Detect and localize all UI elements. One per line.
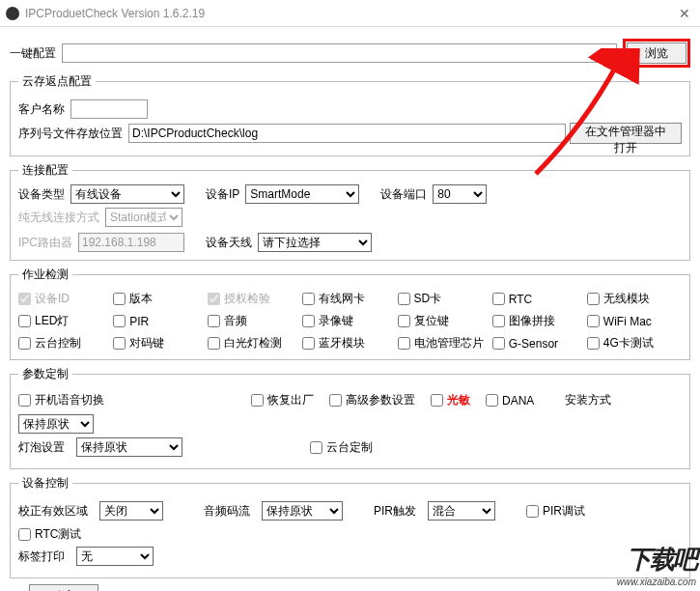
browse-button[interactable]: 浏览: [627, 42, 686, 64]
window-title: IPCProduetCheck Version 1.6.2.19: [25, 7, 205, 20]
job-check-12[interactable]: 图像拼接: [492, 313, 587, 329]
params-fieldset: 参数定制 开机语音切换 恢复出厂 高级参数设置 光敏 DANA 安装方式 保持原…: [10, 366, 690, 469]
job-check-9[interactable]: 音频: [208, 313, 302, 329]
app-icon: [6, 7, 19, 20]
close-icon[interactable]: ✕: [675, 6, 694, 21]
calib-area-label: 校正有效区域: [18, 503, 88, 520]
conn-legend: 连接配置: [18, 162, 72, 179]
light-check[interactable]: 光敏: [431, 392, 470, 408]
antenna-select[interactable]: 请下拉选择: [258, 233, 372, 252]
boot-voice-check[interactable]: 开机语音切换: [18, 392, 104, 408]
restore-check[interactable]: 恢复出厂: [251, 392, 314, 408]
job-check-17[interactable]: 蓝牙模块: [302, 335, 397, 352]
job-check-2: 授权检验: [208, 291, 302, 307]
device-ip-select[interactable]: SmartMode: [245, 184, 359, 204]
job-check-11[interactable]: 复位键: [398, 313, 492, 329]
job-check-4[interactable]: SD卡: [398, 291, 492, 307]
job-check-19[interactable]: G-Sensor: [492, 335, 587, 352]
job-check-7[interactable]: LED灯: [18, 313, 113, 329]
titlebar: IPCProduetCheck Version 1.6.2.19 ✕: [0, 0, 700, 27]
device-port-label: 设备端口: [380, 186, 427, 203]
wifi-mode-label: 纯无线连接方式: [18, 210, 99, 226]
snpath-input[interactable]: [128, 124, 566, 143]
params-legend: 参数定制: [18, 366, 72, 382]
bitrate-label: 音频码流: [204, 503, 250, 520]
rtc-test-check[interactable]: RTC测试: [18, 526, 81, 543]
cloud-legend: 云存返点配置: [18, 73, 96, 90]
adv-param-check[interactable]: 高级参数设置: [329, 392, 415, 408]
job-check-0: 设备ID: [18, 291, 113, 307]
open-explorer-button[interactable]: 在文件管理器中打开: [570, 123, 682, 144]
conn-fieldset: 连接配置 设备类型 有线设备 设备IP SmartMode 设备端口 80 纯无…: [10, 162, 690, 261]
job-check-8[interactable]: PIR: [113, 313, 208, 329]
job-check-14[interactable]: 云台控制: [18, 335, 113, 352]
install-mode-select[interactable]: 保持原状: [18, 414, 94, 434]
customer-input[interactable]: [70, 99, 148, 119]
job-check-10[interactable]: 录像键: [302, 313, 397, 329]
browse-highlight: 浏览: [623, 39, 690, 68]
job-legend: 作业检测: [18, 267, 72, 283]
one-key-input[interactable]: [62, 43, 617, 63]
install-mode-label: 安装方式: [565, 392, 611, 408]
label-print-label: 标签打印: [18, 549, 65, 565]
dana-check[interactable]: DANA: [486, 394, 534, 408]
device-ip-label: 设备IP: [206, 186, 239, 203]
job-check-16[interactable]: 白光灯检测: [208, 335, 302, 352]
job-check-20[interactable]: 4G卡测试: [587, 335, 682, 352]
devctrl-legend: 设备控制: [18, 475, 72, 492]
ipc-router-label: IPC路由器: [18, 235, 72, 251]
device-port-select[interactable]: 80: [433, 184, 487, 204]
bulb-select[interactable]: 保持原状: [76, 437, 182, 457]
wifi-mode-select: Station模式: [105, 208, 182, 227]
pir-trig-label: PIR触发: [374, 503, 416, 520]
job-check-18[interactable]: 电池管理芯片: [398, 335, 492, 352]
bitrate-select[interactable]: 保持原状: [262, 501, 343, 521]
bulb-label: 灯泡设置: [18, 439, 65, 456]
customer-label: 客户名称: [18, 101, 65, 118]
cloud-fieldset: 云存返点配置 客户名称 序列号文件存放位置 在文件管理器中打开: [10, 73, 690, 156]
devctrl-fieldset: 设备控制 校正有效区域 关闭 音频码流 保持原状 PIR触发 混合 PIR调试 …: [10, 475, 690, 578]
ipc-router-input: [78, 233, 184, 252]
device-type-select[interactable]: 有线设备: [70, 184, 184, 204]
job-check-3[interactable]: 有线网卡: [302, 291, 397, 307]
pir-trig-select[interactable]: 混合: [428, 501, 495, 521]
device-type-label: 设备类型: [18, 186, 65, 203]
watermark: 下载吧 www.xiazaiba.com: [617, 543, 696, 587]
job-check-5[interactable]: RTC: [492, 291, 587, 307]
one-key-row: 一键配置 浏览: [10, 39, 690, 68]
job-check-6[interactable]: 无线模块: [587, 291, 682, 307]
job-check-1[interactable]: 版本: [113, 291, 208, 307]
snpath-label: 序列号文件存放位置: [18, 126, 123, 142]
calib-area-select[interactable]: 关闭: [99, 501, 163, 521]
job-fieldset: 作业检测 设备ID版本授权检验有线网卡SD卡RTC无线模块LED灯PIR音频录像…: [10, 267, 690, 360]
ok-button[interactable]: 确定: [29, 584, 98, 591]
job-check-13[interactable]: WiFi Mac: [587, 313, 682, 329]
pir-debug-check[interactable]: PIR调试: [526, 503, 585, 520]
job-check-15[interactable]: 对码键: [113, 335, 208, 352]
ptz-custom-check[interactable]: 云台定制: [310, 439, 373, 456]
antenna-label: 设备天线: [206, 235, 252, 251]
label-print-select[interactable]: 无: [76, 547, 154, 566]
one-key-label: 一键配置: [10, 45, 56, 62]
